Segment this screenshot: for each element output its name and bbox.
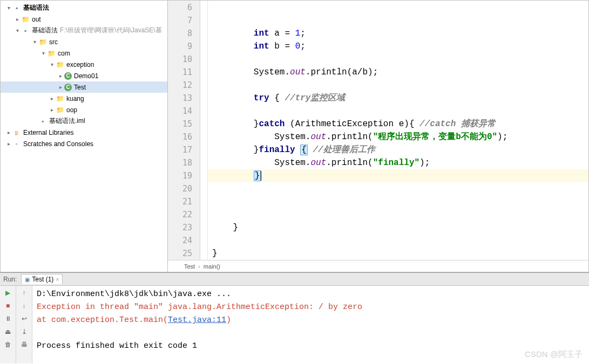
tree-label: out xyxy=(32,16,41,23)
up-arrow-icon[interactable]: ↑ xyxy=(19,288,29,298)
package-icon: 📁 xyxy=(56,60,64,69)
chevron-down-icon[interactable]: ▾ xyxy=(5,5,12,11)
line-number: 8 xyxy=(168,27,192,40)
run-tab-label: Test (1) xyxy=(32,276,53,283)
class-icon: C xyxy=(64,84,72,91)
tree-demo01[interactable]: ▸ C Demo01 xyxy=(1,70,167,81)
line-number: 16 xyxy=(168,131,192,143)
editor-body: 6 7 8 9 10 11 12 13 14 15 16 17 18 19 20… xyxy=(168,1,588,260)
tree-com[interactable]: ▾ 📁 com xyxy=(1,47,167,59)
tree-kuang[interactable]: ▸ 📁 kuang xyxy=(1,93,167,104)
chevron-right-icon[interactable]: ▸ xyxy=(48,95,56,101)
breadcrumb-item[interactable]: Test xyxy=(184,263,195,270)
chevron-right-icon[interactable]: ▸ xyxy=(13,16,21,22)
scroll-end-icon[interactable]: ⤓ xyxy=(19,327,29,336)
editor-pane: 6 7 8 9 10 11 12 13 14 15 16 17 18 19 20… xyxy=(168,1,588,272)
main-split: ▾ ▪ 基础语法 ▸ 📁 out ▾ ▪ 基础语法 F:\班级管理\网课班\代码… xyxy=(0,0,589,272)
line-number: 15 xyxy=(168,118,192,131)
tree-label: 基础语法 xyxy=(32,26,58,35)
tree-label: kuang xyxy=(66,95,84,102)
line-number: 25 xyxy=(168,247,192,260)
tree-exception[interactable]: ▾ 📁 exception xyxy=(1,59,167,70)
library-icon: ⫼ xyxy=(12,128,21,137)
pause-icon[interactable]: ⏸ xyxy=(3,314,13,324)
tree-ext-lib[interactable]: ▸ ⫼ External Libraries xyxy=(1,127,167,138)
line-number: 10 xyxy=(168,53,192,66)
console-error-line: Exception in thread "main" java.lang.Ari… xyxy=(37,301,585,314)
line-number: 11 xyxy=(168,66,192,79)
line-number: 24 xyxy=(168,234,192,247)
tree-label: exception xyxy=(66,61,94,68)
chevron-right-icon[interactable]: ▸ xyxy=(5,129,12,135)
console-output[interactable]: D:\Environment\jdk8\jdk\bin\java.exe ...… xyxy=(32,286,589,363)
folder-icon: 📁 xyxy=(21,15,30,24)
fold-margin[interactable] xyxy=(200,1,208,260)
code-editor[interactable]: int a = 1; int b = 0; System.out.println… xyxy=(208,1,588,260)
module-icon: ▪ xyxy=(12,4,21,12)
package-icon: 📁 xyxy=(56,94,64,103)
breadcrumb-item[interactable]: main() xyxy=(204,263,220,270)
tree-label: oop xyxy=(66,106,77,114)
package-icon: 📁 xyxy=(56,106,64,114)
tree-scratches[interactable]: ▸ ▫ Scratches and Consoles xyxy=(1,138,167,149)
tree-label: Scratches and Consoles xyxy=(23,140,93,148)
console-blank xyxy=(37,327,585,340)
package-icon: 📁 xyxy=(47,49,56,58)
tree-out[interactable]: ▸ 📁 out xyxy=(1,13,167,25)
run-label: Run: xyxy=(3,276,17,283)
print-icon[interactable]: 🖶 xyxy=(19,340,29,349)
file-icon: ▪ xyxy=(38,117,47,126)
module-icon: ▪ xyxy=(21,26,30,35)
chevron-right-icon[interactable]: ▸ xyxy=(57,84,64,90)
run-tab[interactable]: ▣ Test (1) × xyxy=(21,274,63,284)
chevron-down-icon[interactable]: ▾ xyxy=(39,50,47,56)
tree-label: 基础语法 xyxy=(23,3,49,12)
exit-icon[interactable]: ⏏ xyxy=(3,327,13,336)
chevron-right-icon: › xyxy=(198,263,200,270)
tree-root[interactable]: ▾ ▪ 基础语法 xyxy=(1,2,167,13)
line-number: 20 xyxy=(168,182,192,195)
soft-wrap-icon[interactable]: ↩ xyxy=(19,314,29,324)
down-arrow-icon[interactable]: ↓ xyxy=(19,301,29,311)
close-icon[interactable]: × xyxy=(56,277,59,283)
rerun-icon[interactable]: ▶ xyxy=(3,288,13,298)
breadcrumb[interactable]: Test › main() xyxy=(168,260,588,272)
chevron-down-icon[interactable]: ▾ xyxy=(48,61,56,67)
run-body: ▶ ■ ⏸ ⏏ 🗑 ↑ ↓ ↩ ⤓ 🖶 D:\Environment\jdk8\… xyxy=(0,286,589,363)
console-error-line: at com.exception.Test.main(Test.java:11) xyxy=(37,314,585,327)
project-tree-panel[interactable]: ▾ ▪ 基础语法 ▸ 📁 out ▾ ▪ 基础语法 F:\班级管理\网课班\代码… xyxy=(1,1,168,272)
tree-label: com xyxy=(58,50,70,57)
run-tab-bar: Run: ▣ Test (1) × xyxy=(0,273,589,286)
run-toolbar-left: ▶ ■ ⏸ ⏏ 🗑 xyxy=(0,286,16,363)
project-tree: ▾ ▪ 基础语法 ▸ 📁 out ▾ ▪ 基础语法 F:\班级管理\网课班\代码… xyxy=(1,1,167,149)
stop-icon[interactable]: ■ xyxy=(3,301,13,311)
line-number: 12 xyxy=(168,79,192,92)
line-number: 19 xyxy=(168,169,192,182)
line-number: 21 xyxy=(168,195,192,208)
line-number: 22 xyxy=(168,208,192,221)
chevron-down-icon[interactable]: ▾ xyxy=(13,28,21,33)
tree-module[interactable]: ▾ ▪ 基础语法 F:\班级管理\网课班\代码\JavaSE\基 xyxy=(1,25,167,36)
line-gutter[interactable]: 6 7 8 9 10 11 12 13 14 15 16 17 18 19 20… xyxy=(168,1,200,260)
tree-test[interactable]: ▸ C Test xyxy=(1,81,167,93)
module-path: F:\班级管理\网课班\代码\JavaSE\基 xyxy=(60,26,162,35)
run-config-icon: ▣ xyxy=(25,277,30,283)
line-number: 18 xyxy=(168,156,192,169)
chevron-down-icon[interactable]: ▾ xyxy=(31,39,38,45)
class-icon: C xyxy=(64,72,72,80)
text-caret xyxy=(261,171,261,181)
chevron-right-icon[interactable]: ▸ xyxy=(5,141,12,147)
chevron-right-icon[interactable]: ▸ xyxy=(57,73,64,79)
tree-label: Test xyxy=(74,84,86,91)
run-toolbar-inner: ↑ ↓ ↩ ⤓ 🖶 xyxy=(16,286,32,363)
run-panel: Run: ▣ Test (1) × ▶ ■ ⏸ ⏏ 🗑 ↑ ↓ ↩ ⤓ 🖶 D:… xyxy=(0,272,589,363)
scratches-icon: ▫ xyxy=(12,140,21,148)
stacktrace-link[interactable]: Test.java:11 xyxy=(168,315,226,325)
tree-oop[interactable]: ▸ 📁 oop xyxy=(1,104,167,115)
trash-icon[interactable]: 🗑 xyxy=(3,340,13,349)
tree-src[interactable]: ▾ 📁 src xyxy=(1,36,167,47)
chevron-right-icon[interactable]: ▸ xyxy=(48,107,56,113)
tree-iml[interactable]: ▪ 基础语法.iml xyxy=(1,115,167,127)
line-number: 14 xyxy=(168,105,192,118)
line-number: 6 xyxy=(168,1,192,14)
